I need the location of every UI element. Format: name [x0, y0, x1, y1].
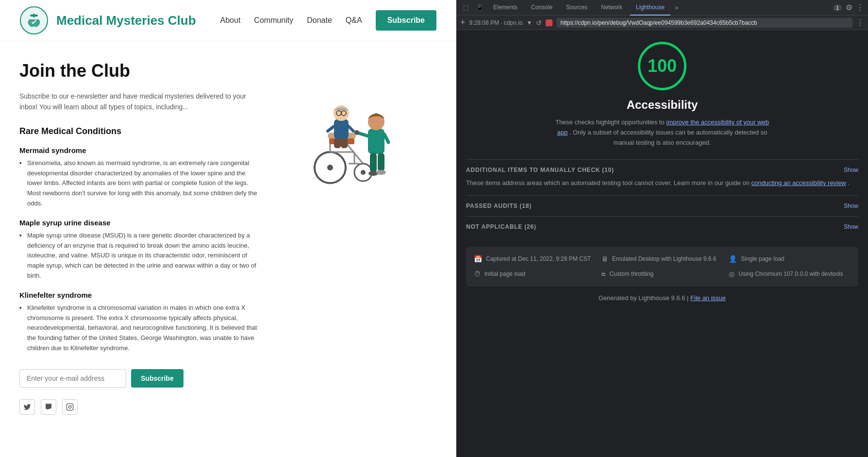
nav-about[interactable]: About — [220, 16, 241, 25]
nav-subscribe-button[interactable]: Subscribe — [376, 10, 436, 31]
svg-rect-26 — [341, 138, 348, 148]
svg-point-9 — [361, 170, 366, 175]
condition-klinefelter-title: Klinefelter syndrome — [19, 291, 262, 299]
nav-community[interactable]: Community — [254, 16, 293, 25]
audit-section-na-header[interactable]: NOT APPLICABLE (26) Show — [466, 223, 858, 230]
meta-captured-text: Captured at Dec 11, 2022, 9:28 PM CST — [486, 254, 591, 263]
email-form: Subscribe — [19, 369, 262, 388]
audit-manual-title: ADDITIONAL ITEMS TO MANUALLY CHECK (10) — [466, 167, 614, 173]
meta-chromium: ◎ Using Chromium 107.0.0.0 with devtools — [729, 270, 851, 279]
svg-rect-33 — [378, 153, 384, 171]
timer-icon: ⏱ — [474, 270, 481, 278]
svg-point-4 — [68, 406, 71, 408]
audit-manual-show[interactable]: Show — [844, 167, 858, 173]
tab-console[interactable]: Console — [525, 0, 558, 16]
meta-emulated: 🖥 Emulated Desktop with Lighthouse 9.6.6 — [601, 254, 723, 264]
chromium-icon: ◎ — [729, 270, 734, 278]
audit-manual-end: . — [848, 179, 850, 186]
more-icon[interactable]: ⋮ — [856, 3, 864, 12]
devtools-topbar: ⬚ 📱 Elements Console Sources Network Lig… — [456, 0, 868, 16]
audit-section-passed: PASSED AUDITS (18) Show — [466, 195, 858, 216]
devtools-device-icon[interactable]: 📱 — [474, 2, 485, 14]
svg-point-35 — [376, 170, 386, 175]
condition-maple-desc: Maple syrup urine disease (MSUD) is a ra… — [19, 231, 262, 281]
audit-manual-desc: These items address areas which an autom… — [466, 178, 858, 188]
instagram-icon[interactable] — [62, 399, 78, 415]
audit-manual-desc-text: These items address areas which an autom… — [466, 179, 750, 186]
nav-donate[interactable]: Donate — [307, 16, 332, 25]
website-panel: Medical Mysteries Club About Community D… — [0, 0, 456, 457]
devtools-panel: ⬚ 📱 Elements Console Sources Network Lig… — [456, 0, 868, 457]
svg-rect-3 — [67, 404, 73, 410]
subscribe-button[interactable]: Subscribe — [131, 369, 184, 388]
svg-line-30 — [384, 135, 388, 142]
audit-section-manual: ADDITIONAL ITEMS TO MANUALLY CHECK (10) … — [466, 159, 858, 195]
condition-klinefelter: Klinefelter syndrome Klinefelter syndrom… — [19, 291, 262, 354]
user-icon: 👤 — [729, 255, 737, 263]
condition-klinefelter-desc: Klinefelter syndrome is a chromosomal va… — [19, 303, 262, 354]
svg-point-5 — [71, 405, 72, 405]
favicon-icon — [546, 19, 552, 26]
new-tab-icon[interactable]: + — [460, 17, 466, 28]
site-title: Medical Mysteries Club — [56, 13, 196, 28]
svg-rect-32 — [370, 153, 377, 172]
audit-passed-show[interactable]: Show — [844, 203, 858, 209]
illustration — [277, 70, 413, 197]
devtools-time: 9:28:08 PM · cdpn.io — [469, 19, 523, 26]
back-icon[interactable]: ▼ — [527, 19, 533, 26]
condition-maple: Maple syrup urine disease Maple syrup ur… — [19, 219, 262, 281]
meta-initial: ⏱ Initial page load — [474, 270, 596, 279]
twitter-icon[interactable] — [19, 399, 35, 415]
svg-point-31 — [354, 130, 359, 135]
condition-mermaid-title: Mermaid syndrome — [19, 146, 262, 154]
tab-overflow[interactable]: » — [672, 4, 682, 11]
generated-text: Generated by Lighthouse 9.6.6 | — [599, 294, 689, 302]
audit-review-link[interactable]: conducting an accessibility review — [751, 179, 846, 186]
content-left: Join the Club Subscribe to our e-newslet… — [19, 61, 262, 415]
gear-icon[interactable]: ⚙ — [846, 3, 852, 12]
score-number: 100 — [648, 56, 677, 76]
logo-icon — [19, 6, 49, 35]
subtitle-rest: . Only a subset of accessibility issues … — [569, 129, 768, 146]
audit-section-passed-header[interactable]: PASSED AUDITS (18) Show — [466, 203, 858, 209]
desktop-icon: 🖥 — [601, 255, 608, 263]
nav-links: About Community Donate Q&A Subscribe — [220, 10, 436, 31]
tab-network[interactable]: Network — [595, 0, 628, 16]
content-right — [272, 61, 417, 415]
audit-section-na: NOT APPLICABLE (26) Show — [466, 216, 858, 237]
page-title: Join the Club — [19, 61, 262, 81]
conditions-section-title: Rare Medical Conditions — [19, 126, 262, 136]
tab-lighthouse[interactable]: Lighthouse — [630, 0, 670, 16]
subtitle-text: These checks highlight opportunities to — [555, 118, 665, 126]
lighthouse-subtitle: These checks highlight opportunities to … — [551, 118, 774, 148]
svg-point-7 — [327, 165, 333, 170]
meta-emulated-text: Emulated Desktop with Lighthouse 9.6.6 — [612, 254, 717, 263]
url-more-icon[interactable]: ⋮ — [856, 18, 864, 27]
twitch-icon[interactable] — [41, 399, 56, 415]
audit-passed-title: PASSED AUDITS (18) — [466, 203, 532, 209]
score-circle: 100 — [638, 42, 686, 90]
svg-rect-18 — [334, 119, 349, 139]
devtools-inspect-icon[interactable]: ⬚ — [460, 2, 472, 14]
email-input[interactable] — [19, 369, 126, 388]
tab-sources[interactable]: Sources — [560, 0, 593, 16]
tab-count: 1 — [833, 4, 842, 11]
condition-mermaid-desc: Sirenomelia, also known as mermaid syndr… — [19, 158, 262, 209]
svg-line-23 — [328, 126, 334, 131]
file-issue-link[interactable]: File an issue — [690, 294, 726, 302]
hero-subtitle: Subscribe to our e-newsletter and have m… — [19, 91, 262, 113]
reload-icon[interactable]: ↺ — [536, 19, 542, 27]
meta-initial-text: Initial page load — [484, 270, 525, 278]
generated-by: Generated by Lighthouse 9.6.6 | File an … — [599, 294, 726, 302]
meta-throttle: ≈ Custom throttling — [601, 270, 723, 279]
nav-qa[interactable]: Q&A — [346, 16, 362, 25]
url-display: https://cdpn.io/pen/debug/VwdOaqp/ee0945… — [556, 18, 852, 28]
meta-throttle-text: Custom throttling — [609, 270, 653, 278]
audit-na-show[interactable]: Show — [844, 223, 858, 230]
audit-section-manual-header[interactable]: ADDITIONAL ITEMS TO MANUALLY CHECK (10) … — [466, 167, 858, 173]
tab-elements[interactable]: Elements — [487, 0, 523, 16]
audit-na-title: NOT APPLICABLE (26) — [466, 223, 536, 230]
calendar-icon: 📅 — [474, 255, 482, 263]
lighthouse-meta: 📅 Captured at Dec 11, 2022, 9:28 PM CST … — [466, 247, 858, 287]
meta-single-page: 👤 Single page load — [729, 254, 851, 264]
